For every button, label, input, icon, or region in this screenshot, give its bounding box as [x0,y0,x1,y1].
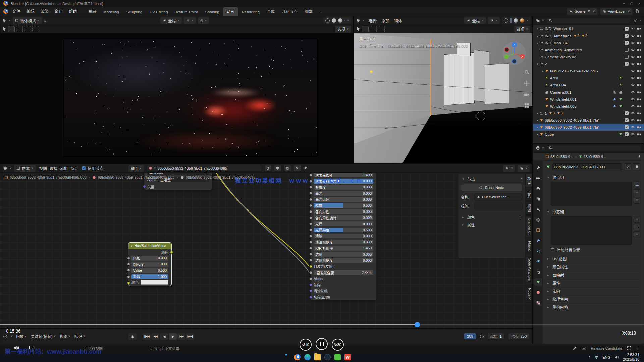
hide-toggle-icon[interactable] [630,69,636,73]
vector-input-socket[interactable] [143,185,146,188]
menu-窗口[interactable]: 窗口 [52,7,66,15]
workspace-tab[interactable]: 合成 [263,7,278,16]
properties-tab-world[interactable] [534,216,542,223]
breadcrumb-data[interactable]: 68b0d550-9... [584,155,606,159]
properties-tab-output[interactable] [534,185,542,192]
hide-toggle-icon[interactable] [630,97,636,101]
hide-toggle-icon[interactable] [630,104,636,108]
move-view-icon[interactable] [524,80,530,86]
render-toggle-icon[interactable] [636,41,642,45]
input-socket[interactable] [309,253,312,256]
shader-type-dropdown[interactable]: 物体∨ [14,165,36,172]
exclude-checkbox[interactable] [624,111,630,115]
language-indicator[interactable]: ENG [602,355,610,359]
render-toggle-icon[interactable] [636,83,642,87]
play-reverse-button[interactable]: ◀ [160,333,168,340]
add-workspace-tab[interactable]: + [316,8,326,16]
material-name-field[interactable]: ∨ 68b0d550-9532-4059-9bd1-7fa530d64095 [146,165,262,172]
hide-toggle-icon[interactable] [630,132,636,136]
render-toggle-icon[interactable] [636,55,642,59]
panel-面映射[interactable]: ▸面映射 [546,271,640,278]
properties-tab-view-layer[interactable] [534,195,542,202]
render-toggle-icon[interactable] [636,48,642,52]
outliner-row[interactable]: ▸IND_Woman_01 [533,25,644,32]
path-object[interactable]: 68b0d550-9532-4059-9bd1-7fa530d64095.003 [10,175,87,179]
maximize-button[interactable]: ▢ [630,2,633,5]
next-keyframe-button[interactable]: ▶▶ [177,333,185,340]
options-dropdown-right[interactable]: 选项∨ [514,26,530,33]
expand-icon[interactable]: ▸ [535,133,540,136]
input-socket[interactable] [309,289,312,292]
remove-vertex-group-button[interactable]: − [634,189,640,196]
material-users-button[interactable]: 3 [264,165,272,172]
sidebar-tab-项目[interactable]: 项目 [526,174,533,187]
frame-start-field[interactable]: 起始1 [487,333,505,340]
input-socket[interactable] [309,228,312,231]
bsdf-row[interactable]: 各向异性0.000 [311,208,376,215]
hide-toggle-icon[interactable] [630,48,636,52]
tool-select-lasso[interactable] [378,26,385,32]
pin-icon[interactable] [303,166,308,170]
jump-to-end-button[interactable]: ▶▶▮ [186,333,194,340]
tool-select-icon[interactable] [356,27,361,31]
add-rest-position-checkbox[interactable] [551,248,554,252]
exclude-checkbox[interactable] [624,125,630,129]
hide-toggle-icon[interactable] [630,41,636,45]
shading-solid[interactable] [332,18,336,23]
node-menu-视图[interactable]: 视图 [38,165,48,172]
player-back-button[interactable]: ← [5,1,9,6]
bsdf-row[interactable]: 清漆0.000 [311,233,376,239]
viewport-3d-scene[interactable]: 用户透视 (209) 场景集合 | 68b0d550-9532-4059-9bd… [354,33,532,163]
render-toggle-icon[interactable] [636,104,642,108]
current-frame-field[interactable]: 209 [464,333,476,340]
principled-bsdf-node[interactable]: 次表面IOR1.400次表面各向异性0.000金属度0.000高光0.000高光… [311,172,376,300]
viewport-menu-选择[interactable]: 选择 [367,17,379,24]
bsdf-row[interactable]: Alpha [311,276,376,282]
tray-expand-icon[interactable]: ∧ [588,355,591,359]
hide-toggle-icon[interactable] [630,55,636,59]
shading-material[interactable] [338,18,342,23]
color-output-socket[interactable] [170,251,173,254]
transform-orientation-dropdown[interactable]: 全局 ∨ [160,17,182,24]
input-socket[interactable] [127,269,130,272]
editor-type-icon[interactable] [3,166,7,170]
expand-icon[interactable]: ▾ [535,62,540,66]
properties-tab-material[interactable] [534,289,542,296]
properties-tab-modifiers[interactable] [534,237,542,244]
minimize-button[interactable]: ─ [623,2,625,5]
outliner-row[interactable]: CameraShakify.v2 [533,53,644,60]
exclude-checkbox[interactable] [624,41,630,45]
node-menu-添加[interactable]: 添加 [59,165,69,172]
bsdf-row[interactable]: 清漆法线 [311,288,376,294]
bsdf-row[interactable]: 糙度0.500 [311,202,376,208]
close-button[interactable]: ✕ [638,2,641,5]
snapping-dropdown[interactable]: ∨ [503,165,515,172]
menu-帮助[interactable]: 帮助 [66,7,80,15]
color-input-socket[interactable] [127,281,130,284]
shading-dropdown[interactable]: ∨ [347,19,349,22]
scene-selector[interactable]: Scene ✕ [567,8,597,15]
editor-type-icon[interactable] [3,334,7,339]
expand-icon[interactable]: ▸ [535,34,540,38]
exclude-checkbox[interactable] [624,27,630,31]
input-socket[interactable] [309,198,312,201]
render-toggle-icon[interactable] [636,132,642,136]
panel-法向[interactable]: ▸法向 [546,287,640,294]
hide-toggle-icon[interactable] [630,83,636,87]
exclude-checkbox[interactable] [624,34,630,38]
reset-node-button[interactable]: Reset Node [461,184,523,191]
workspace-tab[interactable]: 脚本 [301,7,316,16]
outliner-search[interactable] [546,18,631,24]
outliner-options-icon[interactable]: ∨ [639,19,641,22]
bsdf-row[interactable]: 高光染色0.000 [311,196,376,202]
bsdf-row[interactable]: 清漆粗糙度0.030 [311,239,376,245]
vertex-group-specials-button[interactable]: ∨ [634,197,640,204]
menu-渲染[interactable]: 渲染 [38,7,52,15]
workspace-tab[interactable]: Rendering [238,8,263,16]
shading-wireframe[interactable] [325,18,330,23]
snapping-dropdown[interactable]: ∨ [488,17,500,24]
sidebar-tab-Node P[interactable]: Node P [526,285,533,303]
hide-toggle-icon[interactable] [630,125,636,129]
exclude-checkbox[interactable] [624,62,630,66]
menu-文件[interactable]: 文件 [9,7,23,15]
